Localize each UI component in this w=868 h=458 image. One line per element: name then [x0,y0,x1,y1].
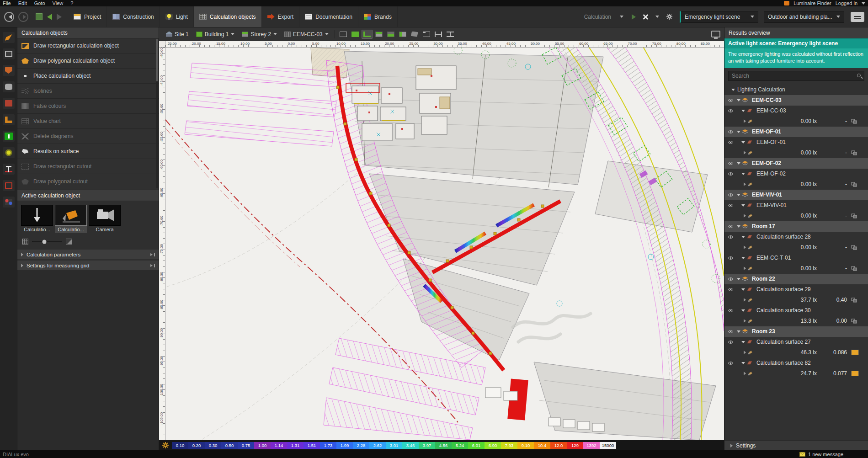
tree-group-eem-of-02[interactable]: EEM-OF-02 [724,158,868,169]
dock-arrow-icon[interactable] [150,253,155,256]
expand-caret-icon[interactable] [744,319,746,323]
display-options-icon[interactable] [851,182,859,187]
tree-result-row[interactable]: 0.00 lx- [724,148,868,158]
tree-result-row[interactable]: 0.00 lx- [724,263,868,274]
visibility-eye-icon[interactable] [728,288,735,292]
tree-surface-eem-cc-t-01[interactable]: EEM-CC-T-01 [724,253,868,263]
view-mode-dropdown[interactable]: Outdoor and building pla... [764,11,844,23]
luminaire-finder-link[interactable]: Luminaire Finder [793,0,831,6]
tree-result-row[interactable]: 37.7 lx0.40 [724,295,868,305]
visibility-eye-icon[interactable] [728,309,735,313]
back-button[interactable] [4,12,14,22]
undo-icon-button[interactable] [47,14,52,20]
collapse-caret-icon[interactable] [737,225,740,228]
display-monitor-icon[interactable] [711,31,720,37]
tools-scrollbar[interactable] [156,39,158,188]
view-front-icon[interactable] [385,30,396,39]
tree-surface-calculation-surface-29[interactable]: Calculation surface 29 [724,284,868,295]
expand-caret-icon[interactable] [744,214,746,218]
visibility-eye-icon[interactable] [728,109,735,113]
tree-result-row[interactable]: 13.3 lx0.00 [724,316,868,326]
collapse-caret-icon[interactable] [741,141,745,144]
tab-documentation[interactable]: Documentation [299,6,358,27]
menu-file[interactable]: File [3,0,11,6]
tree-result-row[interactable]: 24.7 lx0.077 [724,368,868,379]
visibility-eye-icon[interactable] [728,330,735,334]
fit-width-icon[interactable] [433,30,444,39]
tools-scrollbar-thumb[interactable] [156,39,158,81]
tool-place-calculation-object[interactable]: Place calculation object [17,69,159,84]
tree-surface-eem-of-01[interactable]: EEM-OF-01 [724,137,868,148]
section-settings-for-measuring-grid[interactable]: Settings for measuring grid [17,261,159,270]
tree-result-row[interactable]: 0.00 lx- [724,242,868,253]
settings-section[interactable]: Settings [724,440,868,450]
tab-light[interactable]: Light [160,6,194,27]
tab-brands[interactable]: Brands [358,6,398,27]
collapse-caret-icon[interactable] [741,257,745,259]
calculation-object-thumb-3[interactable]: Camera [89,205,121,233]
tab-export[interactable]: Export [262,6,300,27]
tree-surface-calculation-surface-30[interactable]: Calculation surface 30 [724,305,868,316]
tree-group-room-22[interactable]: Room 22 [724,274,868,284]
tree-result-row[interactable]: 0.00 lx- [724,116,868,127]
visibility-eye-icon[interactable] [728,277,735,281]
forward-button[interactable] [18,12,28,22]
selector-storey-2[interactable]: Storey 2 [239,29,280,40]
display-options-icon[interactable] [851,298,859,303]
tree-result-row[interactable]: 46.3 lx0.086 [724,347,868,358]
expand-caret-icon[interactable] [744,151,746,154]
expand-caret-icon[interactable] [744,266,746,270]
section-calculation-parameters[interactable]: Calculation parameters [17,250,159,259]
expand-caret-icon[interactable] [744,119,746,123]
tree-group-eem-cc-03[interactable]: EEM-CC-03 [724,95,868,106]
collapse-caret-icon[interactable] [741,110,745,112]
menu-goto[interactable]: Goto [34,0,45,6]
tree-root-lighting-calculation[interactable]: Lighting Calculation [724,85,868,95]
dock-arrow-icon[interactable] [150,264,155,267]
display-options-icon[interactable] [851,213,859,218]
display-options-icon[interactable] [851,119,859,124]
tree-group-room-23[interactable]: Room 23 [724,326,868,337]
display-options-icon[interactable] [851,266,859,271]
tool-draw-rectangular-calculation-object[interactable]: Draw rectangular calculation object [17,38,159,53]
menu-help[interactable]: ? [70,0,73,6]
visibility-eye-icon[interactable] [728,193,735,197]
tree-surface-eem-viv-01[interactable]: EEM-VIV-01 [724,200,868,211]
thumb-size-slider[interactable] [32,241,62,242]
collapse-caret-icon[interactable] [737,131,740,133]
expand-caret-icon[interactable] [744,245,746,249]
thumb-preview-icon[interactable] [66,239,72,245]
paint-fill-icon[interactable] [350,30,361,39]
display-options-icon[interactable] [851,245,859,250]
tree-group-eem-viv-01[interactable]: EEM-VIV-01 [724,190,868,200]
corner-snap-icon[interactable] [362,30,373,39]
tab-project[interactable]: Project [68,6,107,27]
block-tool-icon[interactable] [3,98,15,109]
expand-caret-icon[interactable] [744,372,746,375]
visibility-eye-icon[interactable] [728,340,735,344]
view-top-icon[interactable] [373,30,384,39]
tree-surface-eem-cc-03[interactable]: EEM-CC-03 [724,106,868,116]
tree-group-room-17[interactable]: Room 17 [724,221,868,232]
origin-grid-icon[interactable] [338,30,349,39]
cancel-options-caret[interactable] [652,12,662,22]
slider-thumb[interactable] [42,240,46,244]
floor-element-tool-icon[interactable] [3,114,15,125]
display-options-icon[interactable] [851,319,859,324]
collapse-caret-icon[interactable] [737,330,740,333]
tool-results-on-surface[interactable]: Results on surface [17,144,159,159]
tab-calculation-objects[interactable]: Calculation objects [194,6,262,27]
collapse-caret-icon[interactable] [741,309,745,312]
text-tool-icon[interactable] [3,164,15,175]
scale-settings-gear-icon[interactable] [162,442,169,448]
calculation-options-caret[interactable] [617,12,627,22]
collapse-caret-icon[interactable] [737,99,740,101]
menu-view[interactable]: View [53,0,64,6]
message-notification[interactable]: 1 new message [799,452,843,457]
collapse-caret-icon[interactable] [741,236,745,238]
tree-surface-calculation-surface-28[interactable]: Calculation surface 28 [724,232,868,242]
collapse-caret-icon[interactable] [737,194,740,196]
visibility-eye-icon[interactable] [728,130,735,134]
visibility-eye-icon[interactable] [728,98,735,102]
thumb-grid-icon[interactable] [22,239,28,245]
